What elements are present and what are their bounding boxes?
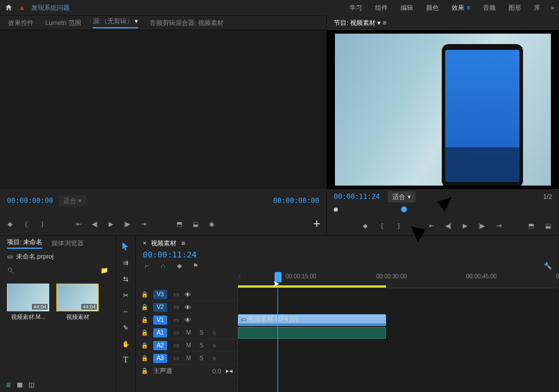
home-icon[interactable] xyxy=(5,3,13,12)
project-filename: 未命名.prproj xyxy=(16,252,53,261)
export-frame-icon[interactable]: ◉ xyxy=(208,220,216,228)
selection-tool-icon[interactable] xyxy=(121,242,131,251)
program-panel-tabs: 节目: 视频素材 ▾ ≡ xyxy=(327,15,559,30)
tab-project[interactable]: 项目: 未命名 xyxy=(7,238,42,249)
program-fit-dropdown[interactable]: 适合 ▾ xyxy=(388,191,415,202)
slip-tool-icon[interactable]: ↔ xyxy=(121,307,131,316)
lift-icon[interactable]: ⬒ xyxy=(527,222,535,230)
extract-icon[interactable]: ⬓ xyxy=(544,222,552,230)
source-timecode-left[interactable]: 00:00:00:00 xyxy=(7,197,53,205)
top-bar: ▲ 发现系统问题 学习 组件 编辑 颜色 效果 ≡ 音频 图形 库 » xyxy=(0,0,559,15)
goto-in-icon[interactable]: ⇤ xyxy=(74,220,82,228)
audio-clip[interactable] xyxy=(238,327,386,339)
upper-panels: 效果控件 Lumetri 范围 源:（无剪辑） ▾ 音频剪辑混合器: 视频素材 … xyxy=(0,15,559,235)
playhead-icon[interactable] xyxy=(275,272,282,282)
playhead-line xyxy=(277,288,278,392)
step-forward-icon[interactable]: |▶ xyxy=(478,222,486,230)
source-monitor-panel: 效果控件 Lumetri 范围 源:（无剪辑） ▾ 音频剪辑混合器: 视频素材 … xyxy=(0,15,327,235)
tab-effect-controls[interactable]: 效果控件 xyxy=(8,19,34,27)
tab-lumetri-scopes[interactable]: Lumetri 范围 xyxy=(45,19,81,27)
add-button-icon[interactable]: + xyxy=(313,216,320,231)
timeline-panel: ×视频素材≡ 00:00:11:24 ⌐ ∩ ◆ ⚑ 🔧 00:00:15:00… xyxy=(136,236,559,392)
warning-icon[interactable]: ▲ xyxy=(19,3,26,12)
project-item[interactable]: 44:04 视频素材 xyxy=(56,284,99,321)
audio-track-header[interactable]: 🔒A2▭MS⍉ xyxy=(136,339,237,352)
step-back-icon[interactable]: ◀| xyxy=(91,220,99,228)
timeline-ruler[interactable]: 00:00:15:00 00:00:30:00 00:00:45:00 00:0… xyxy=(238,272,559,288)
audio-track-header[interactable]: 🔒A1▭MS⍉ xyxy=(136,326,237,339)
razor-tool-icon[interactable]: ✂ xyxy=(121,291,131,300)
mark-in-icon[interactable]: { xyxy=(22,220,30,228)
overwrite-icon[interactable]: ⬓ xyxy=(192,220,200,228)
svg-point-0 xyxy=(8,268,12,271)
workspace-tab-library[interactable]: 库 xyxy=(534,3,540,12)
type-tool-icon[interactable]: T xyxy=(121,355,131,365)
video-track-header[interactable]: 🔒V1▭👁 xyxy=(136,314,237,326)
audio-track-header[interactable]: 🔒A3▭MS⍉ xyxy=(136,352,237,365)
settings-icon[interactable]: ⚑ xyxy=(192,262,200,270)
workspace-tabs: 学习 组件 编辑 颜色 效果 ≡ 音频 图形 库 xyxy=(349,3,540,12)
program-scrubber[interactable] xyxy=(327,204,559,216)
source-panel-tabs: 效果控件 Lumetri 范围 源:（无剪辑） ▾ 音频剪辑混合器: 视频素材 xyxy=(0,15,326,30)
project-items: 44:04 视频素材.M... 44:04 视频素材 xyxy=(0,278,116,327)
track-headers: 🔒V3▭👁 🔒V2▭👁 🔒V1▭👁 🔒A1▭MS⍉ 🔒A2▭MS⍉ 🔒A3▭MS… xyxy=(136,288,238,392)
insert-icon[interactable]: ⬒ xyxy=(175,220,183,228)
workspace-tab-learn[interactable]: 学习 xyxy=(349,3,362,12)
timeline-tracks-area[interactable]: ▭ 视频素材.MP4 [V] xyxy=(238,288,559,392)
timeline-timecode[interactable]: 00:00:11:24 xyxy=(143,250,197,259)
workspace-tab-effects[interactable]: 效果 ≡ xyxy=(452,3,470,12)
play-icon[interactable]: ▶ xyxy=(461,222,469,230)
workspace-tab-edit[interactable]: 编辑 xyxy=(401,3,413,12)
master-track-header[interactable]: 🔒主声道0.0▸◂ xyxy=(136,365,237,378)
step-back-icon[interactable]: ◀| xyxy=(444,222,452,230)
folder-icon[interactable]: 📁 xyxy=(100,267,109,274)
marker-icon[interactable]: ◆ xyxy=(175,262,183,270)
program-timecode[interactable]: 00:00:11:24 xyxy=(334,193,380,201)
program-viewer[interactable] xyxy=(327,30,559,189)
snap-icon[interactable]: ⌐ xyxy=(143,262,151,270)
search-icon[interactable] xyxy=(7,267,14,274)
workspace-tab-assembly[interactable]: 组件 xyxy=(375,3,388,12)
workspace-tab-audio[interactable]: 音频 xyxy=(483,3,496,12)
play-icon[interactable]: ▶ xyxy=(107,220,115,228)
project-item[interactable]: 44:04 视频素材.M... xyxy=(7,284,49,321)
mark-out-icon[interactable]: } xyxy=(38,220,46,228)
workspace-tab-color[interactable]: 颜色 xyxy=(426,3,439,12)
source-fit-dropdown[interactable]: 适合 ▾ xyxy=(59,195,86,206)
sequence-name[interactable]: 视频素材 xyxy=(151,239,176,248)
ripple-edit-tool-icon[interactable]: ⇆ xyxy=(121,274,131,284)
link-icon[interactable]: ∩ xyxy=(159,262,167,270)
video-track-header[interactable]: 🔒V3▭👁 xyxy=(136,288,237,301)
program-resolution[interactable]: 1/2 xyxy=(543,193,552,200)
step-forward-icon[interactable]: |▶ xyxy=(123,220,131,228)
video-clip[interactable]: ▭ 视频素材.MP4 [V] xyxy=(238,314,386,326)
goto-out-icon[interactable]: ⇥ xyxy=(495,222,503,230)
icon-view-icon[interactable]: ▦ xyxy=(17,381,23,389)
freeform-view-icon[interactable]: ◫ xyxy=(28,381,34,389)
video-track-header[interactable]: 🔒V2▭👁 xyxy=(136,301,237,314)
program-monitor-panel: 节目: 视频素材 ▾ ≡ 00:00:11:24 适合 ▾ 1/2 ◆ { } … xyxy=(327,15,559,235)
list-view-icon[interactable]: ≣ xyxy=(6,381,11,389)
track-select-tool-icon[interactable]: ⇉ xyxy=(121,258,131,267)
svg-line-1 xyxy=(12,271,13,273)
workspace-tab-graphics[interactable]: 图形 xyxy=(508,3,521,12)
tab-audio-mixer[interactable]: 音频剪辑混合器: 视频素材 xyxy=(150,19,223,27)
source-timecode-right: 00:00:00:00 xyxy=(273,197,319,205)
tab-media-browser[interactable]: 媒体浏览器 xyxy=(52,239,84,248)
pen-tool-icon[interactable]: ✎ xyxy=(121,323,131,332)
hand-tool-icon[interactable]: ✋ xyxy=(121,339,131,349)
source-viewer xyxy=(0,30,326,189)
bin-icon: ▭ xyxy=(7,253,13,260)
marker-icon[interactable]: ◆ xyxy=(6,220,14,228)
mark-out-icon[interactable]: } xyxy=(395,222,403,230)
goto-in-icon[interactable]: ⇤ xyxy=(427,222,435,230)
wrench-icon[interactable]: 🔧 xyxy=(544,262,552,270)
marker-icon[interactable]: ◆ xyxy=(361,222,369,230)
overflow-icon[interactable]: » xyxy=(551,4,554,11)
tab-program[interactable]: 节目: 视频素材 ▾ ≡ xyxy=(334,19,387,27)
tab-source[interactable]: 源:（无剪辑） ▾ xyxy=(93,17,138,28)
tool-palette: ⇉ ⇆ ✂ ↔ ✎ ✋ T xyxy=(116,236,136,392)
mark-in-icon[interactable]: { xyxy=(378,222,386,230)
system-alert-text[interactable]: 发现系统问题 xyxy=(31,3,70,12)
goto-out-icon[interactable]: ⇥ xyxy=(139,220,147,228)
